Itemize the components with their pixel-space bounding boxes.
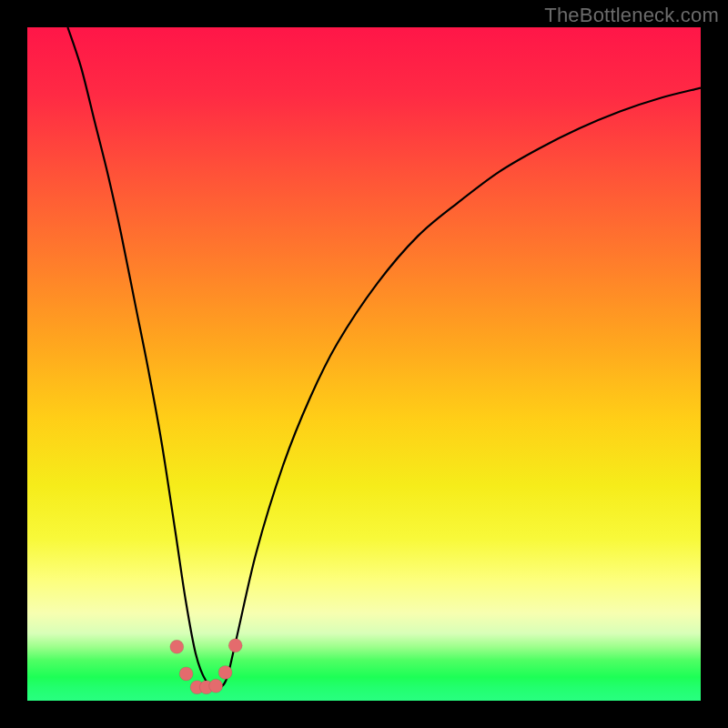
plot-area [27,27,701,701]
valley-marker [228,639,242,652]
marker-layer [27,27,701,701]
curve-valley-markers [170,639,242,694]
chart-stage: TheBottleneck.com [0,0,728,728]
valley-marker [179,667,193,681]
watermark-text: TheBottleneck.com [544,4,719,27]
valley-marker [170,640,184,653]
valley-marker [209,679,223,693]
valley-marker [218,665,232,679]
